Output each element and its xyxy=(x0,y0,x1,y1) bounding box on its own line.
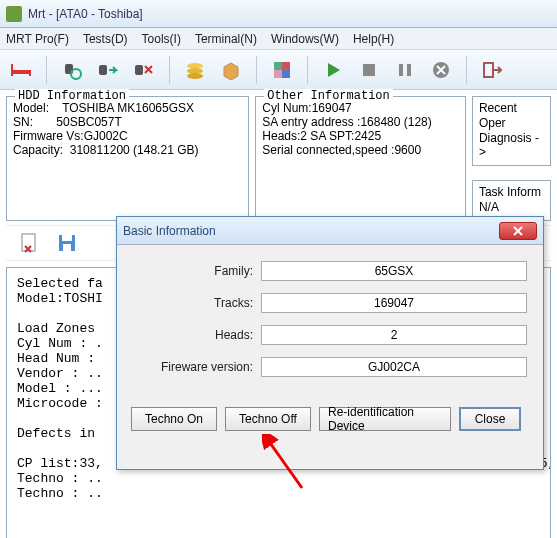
svg-rect-22 xyxy=(63,244,71,251)
heads-value: 2 xyxy=(261,325,527,345)
dialog-buttons: Techno On Techno Off Re-identification D… xyxy=(117,399,543,431)
hdd-fw-label: Firmware Vs: xyxy=(13,129,84,143)
other-cyl: Cyl Num:169047 xyxy=(262,101,459,115)
hdd-sn-label: SN: xyxy=(13,115,33,129)
svg-rect-12 xyxy=(274,70,282,78)
svg-rect-5 xyxy=(99,65,107,75)
techno-on-button[interactable]: Techno On xyxy=(131,407,217,431)
puzzle-icon[interactable] xyxy=(269,57,295,83)
svg-rect-21 xyxy=(62,235,72,241)
dialog-close-button[interactable] xyxy=(499,222,537,240)
other-info-panel: Other Information Cyl Num:169047 SA entr… xyxy=(255,96,466,221)
svg-rect-14 xyxy=(363,64,375,76)
svg-rect-13 xyxy=(282,70,290,78)
reidentification-button[interactable]: Re-identification Device xyxy=(319,407,451,431)
svg-rect-16 xyxy=(407,64,411,76)
close-button[interactable]: Close xyxy=(459,407,521,431)
dialog-title-bar[interactable]: Basic Information xyxy=(117,217,543,245)
fw-value: GJ002CA xyxy=(261,357,527,377)
bed-icon[interactable] xyxy=(8,57,34,83)
menu-tests[interactable]: Tests(D) xyxy=(83,32,128,46)
other-heads: Heads:2 SA SPT:2425 xyxy=(262,129,459,143)
hdd-fw-value: GJ002C xyxy=(84,129,128,143)
tracks-value: 169047 xyxy=(261,293,527,313)
dialog-title: Basic Information xyxy=(123,224,216,238)
info-panels: HDD Information Model: TOSHIBA MK16065GS… xyxy=(0,90,557,223)
basic-info-dialog: Basic Information Family: 65GSX Tracks: … xyxy=(116,216,544,470)
menu-tools[interactable]: Tools(I) xyxy=(142,32,181,46)
svg-rect-6 xyxy=(135,65,143,75)
menu-windows[interactable]: Windows(W) xyxy=(271,32,339,46)
app-icon xyxy=(6,6,22,22)
svg-rect-11 xyxy=(282,62,290,70)
recent-oper-panel: Recent Oper Diagnosis -> xyxy=(472,96,551,166)
recent-legend: Recent Oper xyxy=(479,101,517,130)
disk-stack-icon[interactable] xyxy=(182,57,208,83)
svg-rect-10 xyxy=(274,62,282,70)
svg-rect-2 xyxy=(29,70,31,76)
box-icon[interactable] xyxy=(218,57,244,83)
hdd-model-label: Model: xyxy=(13,101,49,115)
cancel-icon[interactable] xyxy=(428,57,454,83)
task-legend: Task Inform xyxy=(479,185,541,199)
tracks-label: Tracks: xyxy=(133,296,253,310)
exit-icon[interactable] xyxy=(479,57,505,83)
hdd-legend: HDD Information xyxy=(15,89,129,103)
window-title: Mrt - [ATA0 - Toshiba] xyxy=(28,7,143,21)
menu-help[interactable]: Help(H) xyxy=(353,32,394,46)
pause-icon[interactable] xyxy=(392,57,418,83)
svg-rect-1 xyxy=(11,64,13,76)
close-icon xyxy=(511,225,525,237)
doc-delete-icon[interactable] xyxy=(16,230,42,256)
family-value: 65GSX xyxy=(261,261,527,281)
main-toolbar xyxy=(0,50,557,90)
save-icon[interactable] xyxy=(54,230,80,256)
stop-icon[interactable] xyxy=(356,57,382,83)
play-icon[interactable] xyxy=(320,57,346,83)
hdd-info-panel: HDD Information Model: TOSHIBA MK16065GS… xyxy=(6,96,249,221)
heads-label: Heads: xyxy=(133,328,253,342)
task-info-panel: Task Inform N/A xyxy=(472,180,551,221)
svg-rect-0 xyxy=(11,70,29,74)
family-label: Family: xyxy=(133,264,253,278)
task-line: N/A xyxy=(479,200,544,214)
plug-disconnect-icon[interactable] xyxy=(131,57,157,83)
menu-bar: MRT Pro(F) Tests(D) Tools(I) Terminal(N)… xyxy=(0,28,557,50)
plug-connect-icon[interactable] xyxy=(95,57,121,83)
hdd-cap-label: Capacity: xyxy=(13,143,63,157)
svg-rect-18 xyxy=(484,63,493,77)
other-sa: SA entry address :168480 (128) xyxy=(262,115,459,129)
other-serial: Serial connected,speed :9600 xyxy=(262,143,459,157)
svg-point-4 xyxy=(71,69,81,79)
svg-rect-15 xyxy=(399,64,403,76)
plug-refresh-icon[interactable] xyxy=(59,57,85,83)
svg-point-9 xyxy=(187,73,203,79)
title-bar: Mrt - [ATA0 - Toshiba] xyxy=(0,0,557,28)
hdd-cap-value: 310811200 (148.21 GB) xyxy=(70,143,199,157)
dialog-body: Family: 65GSX Tracks: 169047 Heads: 2 Fi… xyxy=(117,245,543,399)
fw-label: Fireware version: xyxy=(133,360,253,374)
other-legend: Other Information xyxy=(264,89,392,103)
hdd-sn-value: 50SBC057T xyxy=(56,115,121,129)
menu-terminal[interactable]: Terminal(N) xyxy=(195,32,257,46)
hdd-model-value: TOSHIBA MK16065GSX xyxy=(62,101,194,115)
menu-mrt-pro[interactable]: MRT Pro(F) xyxy=(6,32,69,46)
recent-line: Diagnosis -> xyxy=(479,131,544,159)
techno-off-button[interactable]: Techno Off xyxy=(225,407,311,431)
